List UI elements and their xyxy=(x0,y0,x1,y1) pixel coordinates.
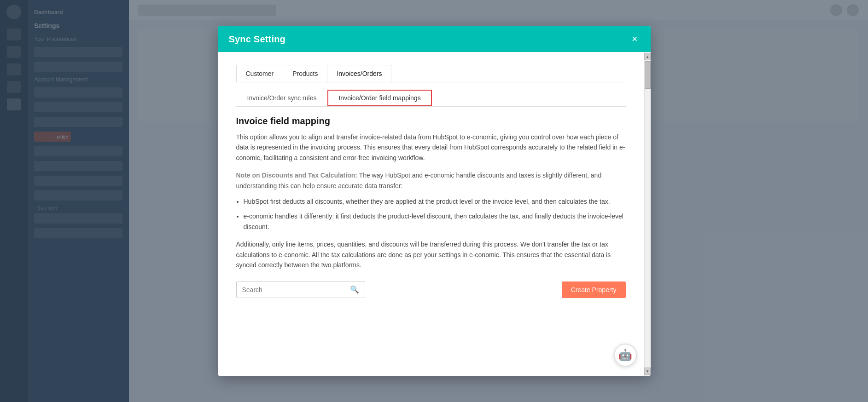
tab-products[interactable]: Products xyxy=(283,65,327,82)
note-paragraph: Note on Discounts and Tax Calculation: T… xyxy=(236,170,626,191)
section-description: This option allows you to align and tran… xyxy=(236,132,626,163)
chatbot-button[interactable]: 🤖 xyxy=(614,344,637,367)
note-label: Note on Discounts and Tax Calculation: xyxy=(236,172,357,179)
modal-overlay: Sync Setting × Customer Products Invoice… xyxy=(0,0,868,402)
modal-close-button[interactable]: × xyxy=(630,32,640,46)
scrollbar-thumb[interactable] xyxy=(645,61,651,89)
sync-setting-modal: Sync Setting × Customer Products Invoice… xyxy=(218,26,651,376)
scrollbar-up-button[interactable]: ▲ xyxy=(644,53,651,60)
tab-customer[interactable]: Customer xyxy=(236,65,284,82)
tab-field-mappings[interactable]: Invoice/Order field mappings xyxy=(327,90,431,106)
create-property-button[interactable]: Create Property xyxy=(562,281,626,298)
modal-header: Sync Setting × xyxy=(218,26,651,52)
bullet-item-2: e-conomic handles it differently: it fir… xyxy=(244,211,626,232)
bullet-item-1: HubSpot first deducts all discounts, whe… xyxy=(244,196,626,207)
scrollbar-down-button[interactable]: ▼ xyxy=(644,368,651,375)
bottom-bar: 🔍 Create Property xyxy=(236,281,626,298)
additional-text: Additionally, only line items, prices, q… xyxy=(236,239,626,270)
search-icon: 🔍 xyxy=(350,285,359,294)
modal-scroll-area[interactable]: Customer Products Invoices/Orders Invoic… xyxy=(218,52,644,376)
primary-tabs: Customer Products Invoices/Orders xyxy=(236,65,626,82)
search-input[interactable] xyxy=(242,286,346,293)
bullet-list: HubSpot first deducts all discounts, whe… xyxy=(244,196,626,232)
tab-sync-rules[interactable]: Invoice/Order sync rules xyxy=(236,90,328,106)
modal-body: Customer Products Invoices/Orders Invoic… xyxy=(218,52,651,376)
search-box[interactable]: 🔍 xyxy=(236,281,365,298)
chatbot-icon: 🤖 xyxy=(618,349,632,362)
modal-title: Sync Setting xyxy=(229,34,286,45)
tab-invoices-orders[interactable]: Invoices/Orders xyxy=(327,65,391,82)
scrollbar-track-inner xyxy=(645,60,651,368)
scrollbar[interactable]: ▲ ▼ xyxy=(644,52,651,376)
secondary-tabs: Invoice/Order sync rules Invoice/Order f… xyxy=(236,90,626,107)
section-title: Invoice field mapping xyxy=(236,116,626,126)
